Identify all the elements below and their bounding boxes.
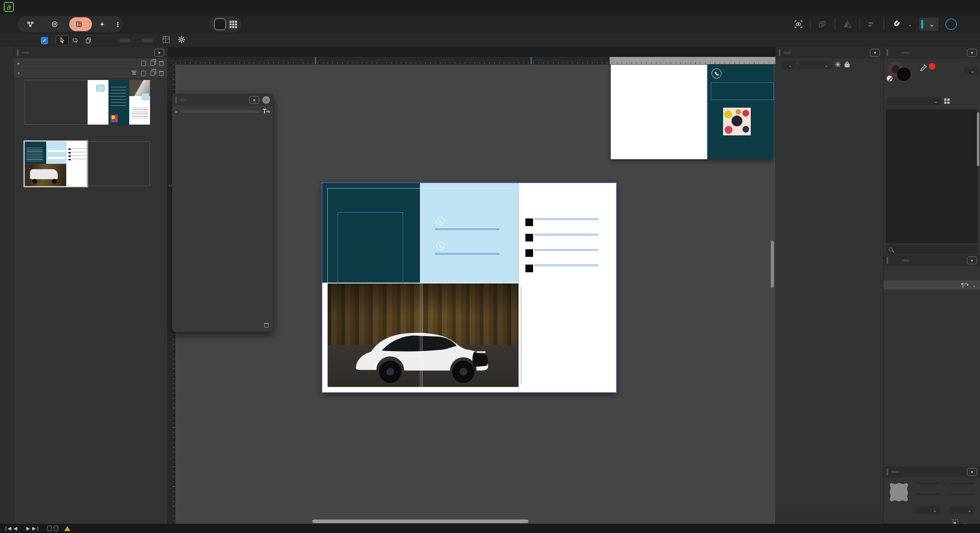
paragraph-style-bar[interactable]: ¶↷ ⌄ [883,280,980,290]
maquettes-section-row[interactable]: ▸ [14,58,167,68]
detach-style-icon[interactable]: T↷ [263,108,270,115]
studio-grid-icon[interactable] [230,21,237,28]
fill-color-well[interactable] [897,67,911,82]
ruler-unit-corner[interactable] [168,57,175,65]
cursor-select-button[interactable] [56,35,69,45]
tab-paragraphe[interactable] [902,259,910,262]
bullet-item[interactable] [535,218,598,220]
margins-icon[interactable] [162,35,170,45]
contact-text-field[interactable] [435,253,499,255]
palette-dropdown[interactable]: ⌄ [887,97,941,105]
add-swatch-icon[interactable] [944,98,950,104]
preflight-warning-icon[interactable] [64,526,70,531]
opacity-dropdown[interactable]: ⌄ [782,61,795,69]
app-settings-button[interactable] [142,38,153,42]
tab-trait[interactable] [913,52,920,54]
tab-transformer[interactable] [891,471,899,473]
panel-menu-chevron-icon[interactable]: ▾ [249,96,259,104]
delete-page-icon[interactable] [159,71,163,76]
ruler-cursor-mark [531,57,532,65]
prev-page-button[interactable]: ◀ [13,526,17,531]
panel-menu-chevron-icon[interactable]: ▾ [154,49,164,57]
car-photo[interactable] [327,283,518,387]
eyedropper-icon[interactable] [919,64,927,74]
bullet-item[interactable] [535,249,598,251]
rotation-field[interactable]: ⌄ [916,506,940,514]
last-page-button[interactable]: ▶❘ [32,526,40,531]
tab-navigateur[interactable] [902,471,910,473]
pages-section-row[interactable]: ▾ [14,68,167,78]
add-page-icon[interactable] [141,71,146,76]
sections-icon[interactable] [132,71,137,76]
persona-ia-canva-button[interactable] [93,17,114,31]
style-detach-icon[interactable]: ¶↷ [961,281,969,288]
tab-pages[interactable] [22,52,29,54]
snapping-magnet-icon[interactable] [891,19,901,29]
persona-studio-button[interactable] [214,18,226,30]
delete-master-icon[interactable] [159,61,163,66]
search-icon [889,248,893,252]
page-2-thumbnail[interactable] [25,142,150,194]
bullet-item[interactable] [535,265,598,266]
tab-echantillons[interactable] [902,52,910,54]
tab-couleur[interactable] [891,52,899,54]
add-master-icon[interactable] [141,61,146,66]
width-field[interactable] [950,482,974,485]
panel-menu-chevron-icon[interactable]: ▾ [967,49,977,57]
tab-calques[interactable] [783,52,791,54]
export-png-button[interactable]: ⌄ [919,18,938,31]
preview-mode-icon[interactable] [793,19,803,29]
swatch-search-field[interactable] [886,245,978,254]
tab-historique[interactable] [913,471,920,473]
export-dropdown-chevron[interactable]: ⌄ [929,20,935,28]
pages-view-icon[interactable] [47,526,52,531]
duplicate-master-icon[interactable] [150,61,155,66]
y-field[interactable] [916,493,940,495]
duplicate-page-icon[interactable] [150,71,155,76]
height-field[interactable] [950,493,974,495]
canvas-horizontal-scrollbar[interactable] [312,520,528,523]
help-button[interactable] [945,18,957,30]
next-page-button[interactable]: ▶ [27,526,30,531]
layer-fx-gear-icon[interactable] [835,61,841,69]
snapping-dropdown-chevron[interactable]: ⌄ [908,22,912,27]
chevron-down-icon[interactable]: ⌄ [972,282,976,288]
picked-color-dot[interactable] [929,63,935,70]
persona-overflow-menu[interactable]: ••• [116,22,120,27]
panel-menu-chevron-icon[interactable]: ▾ [870,49,880,57]
canvas-vertical-scrollbar[interactable] [771,241,774,288]
close-icon[interactable]: × [262,96,270,104]
document-page-1[interactable] [611,65,773,159]
anchor-selector[interactable] [890,483,908,501]
shear-field[interactable]: ⌄ [950,506,974,514]
swatch-scrollbar[interactable] [977,112,979,166]
x-field[interactable] [916,482,940,485]
gear-icon[interactable] [177,35,186,45]
panel-menu-chevron-icon[interactable]: ▾ [967,257,977,264]
document-setup-button[interactable] [120,38,130,42]
no-fill-icon[interactable] [887,75,893,82]
swatch-grid[interactable] [886,109,978,243]
panel-grip[interactable] [17,49,18,56]
delete-style-icon[interactable] [264,323,268,328]
panel-menu-chevron-icon[interactable]: ▾ [967,468,977,476]
cursor-lasso-button[interactable] [69,35,82,45]
current-style-value[interactable] [181,110,260,113]
auto-select-checkbox[interactable]: ✓ [41,37,48,44]
first-page-button[interactable]: ❘◀ [4,526,11,531]
page-1-thumbnail[interactable] [25,80,150,132]
tab-caractere[interactable] [891,259,899,262]
contact-text-field[interactable] [435,228,499,230]
persona-mise-en-page-button[interactable] [69,17,92,31]
persona-vecteur-button[interactable] [21,17,43,31]
blend-mode-dropdown[interactable]: ⌄ [798,61,832,69]
lock-icon[interactable] [844,61,850,69]
phone-icon [436,242,445,250]
bullet-item[interactable] [535,234,598,235]
document-page-2[interactable] [322,183,616,392]
persona-pixel-button[interactable] [45,17,68,31]
text-styles-header[interactable]: ▾ × [172,94,273,106]
swatch-opacity-dropdown[interactable]: ⌄ [964,67,978,75]
spread-view-icon[interactable] [54,526,58,531]
cursor-copy-button[interactable] [82,35,95,45]
